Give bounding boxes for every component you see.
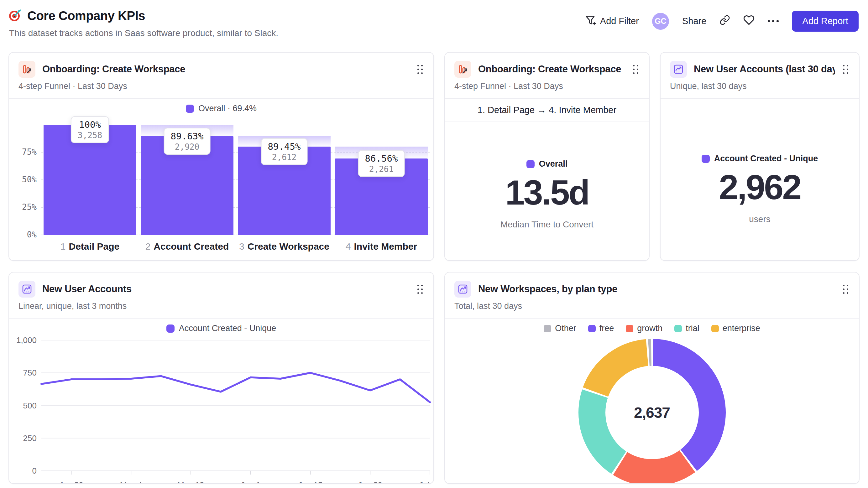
metric-value: 13.5d (505, 175, 588, 210)
dashboard-grid: Onboarding: Create Workspace 4-step Funn… (0, 52, 868, 484)
funnel-tooltip-count: 2,920 (171, 142, 204, 152)
page-header: Core Company KPIs This dataset tracks ac… (0, 0, 868, 44)
page-header-controls: Add Filter GC Share Add Report (585, 11, 859, 32)
legend-label: Overall · 69.4% (198, 104, 257, 113)
funnel-chart-icon (19, 61, 35, 78)
card-subtitle: Unique, last 30 days (660, 78, 859, 99)
legend-label: enterprise (722, 324, 760, 333)
legend-label: Other (555, 324, 576, 333)
funnel-tooltip-pct: 89.45% (268, 141, 301, 152)
line-x-tick: May 18 (177, 480, 204, 484)
donut-legend-item-growth[interactable]: growth (626, 324, 662, 333)
line-y-tick: 250 (23, 433, 37, 443)
donut-legend: Otherfreegrowthtrialenterprise (445, 324, 859, 333)
avatar[interactable]: GC (652, 13, 669, 30)
legend-swatch (186, 105, 194, 113)
add-report-button[interactable]: Add Report (792, 11, 859, 32)
funnel-chart: 75%50%25%0% 100%3,25889.63%2,92089.45%2,… (9, 125, 433, 235)
funnel-tooltip-count: 2,261 (365, 164, 398, 174)
drag-handle[interactable] (842, 64, 849, 75)
card-workspaces-by-plan: New Workspaces, by plan type Total, last… (444, 272, 860, 484)
funnel-step-label: 2Account Created (146, 241, 229, 252)
card-onboarding-funnel: Onboarding: Create Workspace 4-step Funn… (8, 52, 434, 261)
drag-handle[interactable] (842, 284, 849, 295)
line-plot[interactable] (41, 340, 430, 475)
funnel-tooltip-pct: 86.56% (365, 153, 398, 164)
metric-value: 2,962 (719, 170, 800, 205)
target-icon (8, 8, 22, 23)
metric-legend[interactable]: Account Created - Unique (702, 154, 818, 163)
funnel-tooltip: 86.56%2,261 (358, 150, 405, 177)
funnel-step-label: 3Create Workspace (239, 241, 329, 252)
card-subtitle: Total, last 30 days (445, 298, 859, 319)
card-title: Onboarding: Create Workspace (478, 64, 625, 75)
funnel-y-axis: 75%50%25%0% (9, 125, 37, 235)
line-y-tick: 0 (32, 466, 37, 476)
donut-legend-item-other[interactable]: Other (544, 324, 576, 333)
funnel-tooltip: 100%3,258 (71, 116, 109, 143)
line-y-tick: 750 (23, 368, 37, 378)
drag-handle[interactable] (416, 64, 424, 75)
drag-handle[interactable] (632, 64, 640, 75)
add-filter-button[interactable]: Add Filter (585, 14, 639, 28)
donut-legend-item-trial[interactable]: trial (674, 324, 700, 333)
funnel-tooltip-pct: 100% (78, 119, 102, 130)
funnel-y-tick: 75% (22, 147, 37, 157)
line-series (41, 373, 430, 402)
card-new-users-line: New User Accounts Linear, unique, last 3… (8, 272, 434, 484)
funnel-y-tick: 0% (27, 230, 37, 239)
card-subtitle: 4-step Funnel · Last 30 Days (9, 78, 433, 99)
card-subtitle: Linear, unique, last 3 months (9, 298, 433, 319)
share-button[interactable]: Share (682, 16, 706, 26)
legend-swatch (626, 325, 633, 332)
funnel-tooltip-pct: 89.63% (171, 131, 204, 141)
card-title: Onboarding: Create Workspace (42, 64, 409, 75)
favorite-button[interactable] (743, 14, 754, 28)
page-header-left: Core Company KPIs This dataset tracks ac… (8, 8, 278, 38)
card-title: New Workspaces, by plan type (478, 284, 835, 295)
metric-caption: users (749, 214, 770, 224)
line-y-axis: 1,0007505002500 (9, 340, 37, 484)
legend-label: growth (637, 324, 662, 333)
funnel-step-label: 1Detail Page (60, 241, 119, 252)
funnel-chart-icon (454, 61, 471, 78)
more-options-button[interactable] (768, 18, 779, 25)
card-time-to-convert: Onboarding: Create Workspace 4-step Funn… (444, 52, 650, 261)
drag-handle[interactable] (416, 284, 424, 295)
funnel-x-axis: 1Detail Page2Account Created3Create Work… (41, 241, 430, 259)
funnel-step-label: 4Invite Member (346, 241, 417, 252)
line-y-tick: 500 (23, 401, 37, 411)
legend-swatch (166, 325, 175, 333)
line-chart[interactable]: 1,0007505002500Apr 20May 4May 18Jun 1Jun… (9, 340, 433, 484)
card-title: New User Accounts (last 30 days) (694, 64, 835, 75)
insights-chart-icon (19, 281, 35, 298)
legend-swatch (711, 325, 719, 332)
filter-plus-icon (585, 14, 596, 28)
line-x-tick: May 4 (120, 480, 142, 484)
card-title: New User Accounts (42, 284, 409, 295)
donut-legend-item-enterprise[interactable]: enterprise (711, 324, 760, 333)
copy-link-button[interactable] (719, 15, 730, 28)
legend-swatch (588, 325, 596, 332)
card-new-users-30d: New User Accounts (last 30 days) Unique,… (660, 52, 860, 261)
donut-chart[interactable]: 2,637 (579, 339, 726, 484)
metric-legend[interactable]: Overall (526, 159, 568, 169)
heart-icon (743, 14, 754, 28)
link-icon (719, 15, 730, 28)
donut-legend-item-free[interactable]: free (588, 324, 614, 333)
line-y-tick: 1,000 (16, 335, 37, 345)
funnel-y-tick: 50% (22, 175, 37, 184)
page-subtitle: This dataset tracks actions in Saas soft… (9, 28, 278, 38)
legend-swatch (674, 325, 682, 332)
metric-caption: Median Time to Convert (500, 220, 593, 230)
funnel-step-range[interactable]: 1. Detail Page → 4. Invite Member (445, 99, 649, 122)
line-x-tick: Apr 20 (59, 480, 83, 484)
line-legend[interactable]: Account Created - Unique (9, 324, 433, 333)
funnel-plot[interactable]: 100%3,25889.63%2,92089.45%2,61286.56%2,2… (41, 125, 430, 235)
legend-label: trial (686, 324, 700, 333)
line-x-tick: Jul 13 (419, 480, 434, 484)
funnel-legend[interactable]: Overall · 69.4% (9, 104, 433, 113)
insights-chart-icon (454, 281, 471, 298)
funnel-y-tick: 25% (22, 202, 37, 212)
legend-label: free (599, 324, 614, 333)
